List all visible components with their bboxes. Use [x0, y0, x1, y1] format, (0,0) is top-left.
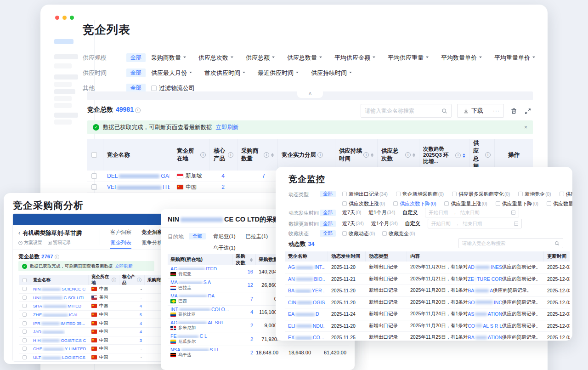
filter-dropdown[interactable]: 平均供应重量 — [388, 54, 429, 62]
checkbox-icon[interactable] — [496, 201, 500, 206]
filter-dropdown[interactable]: 采购商数量 — [151, 54, 186, 62]
minimize-dot-icon[interactable] — [62, 16, 67, 20]
company-name-link[interactable]: EXCO... — [288, 335, 324, 340]
window-controls[interactable] — [55, 16, 74, 20]
type-checkbox[interactable]: 新增竞企(0) — [518, 191, 551, 198]
select-all-checkbox[interactable] — [23, 278, 27, 282]
type-checkbox[interactable]: 供应次数上涨(0) — [342, 200, 385, 207]
search-input[interactable] — [365, 108, 441, 114]
checkbox-icon[interactable] — [342, 192, 347, 196]
fullscreen-button[interactable] — [524, 106, 532, 116]
filter-dropdown[interactable]: 供应最大月份 — [151, 69, 192, 77]
info-icon[interactable] — [228, 152, 233, 158]
breadcrumb[interactable]: ‹有机磷类除草剂-草甘膦 — [18, 229, 82, 237]
competitor-search-box[interactable] — [361, 104, 452, 118]
checkbox-icon[interactable] — [396, 192, 401, 196]
row-checkbox[interactable] — [23, 355, 27, 359]
info-icon[interactable] — [135, 108, 141, 113]
sidebar-item-active[interactable] — [54, 39, 74, 44]
banner-close-icon[interactable]: × — [524, 124, 527, 131]
filter-logistics-checkbox[interactable]: 过滤物流公司 — [151, 84, 195, 92]
purchase-count-link[interactable]: 2 — [250, 323, 253, 328]
time-option[interactable]: 近1个月(34) — [368, 209, 395, 216]
table-row[interactable]: NSAS LI... 乌干达 2 18,648.00 18,648.00 61,… — [168, 346, 349, 359]
sidebar-item[interactable] — [54, 74, 78, 80]
buyer-name-link[interactable]: MAS A — [170, 279, 230, 284]
monitor-search-box[interactable] — [458, 238, 563, 248]
company-name-link[interactable]: EAD — [288, 311, 319, 317]
sidebar-item[interactable] — [54, 113, 78, 118]
info-icon[interactable] — [485, 152, 491, 158]
row-checkbox[interactable] — [23, 287, 27, 291]
maximize-dot-icon[interactable] — [70, 16, 74, 20]
filter-dropdown[interactable]: 最近供应时间 — [258, 69, 299, 77]
type-checkbox[interactable]: 供应金额上涨(0) — [560, 191, 573, 198]
info-icon[interactable] — [112, 278, 116, 282]
sidebar-item[interactable] — [54, 96, 72, 101]
table-row[interactable]: AGINT... 2025-11-20 新增出口记录 2025年11月20日，有… — [285, 262, 570, 273]
filter-all-chip[interactable]: 全部 — [126, 53, 146, 62]
filter-dropdown[interactable]: 供应总数量 — [287, 54, 322, 62]
info-icon[interactable] — [264, 152, 269, 158]
sidebar-item[interactable] — [54, 63, 72, 68]
table-row[interactable]: ANBIO... 2025-11-21 新增出口记录 2025年11月21日，有… — [285, 273, 570, 285]
checkbox-icon[interactable] — [382, 231, 387, 236]
buyer-name-link[interactable]: FEC L — [170, 333, 230, 337]
purchase-count-link[interactable]: 2 — [250, 350, 253, 355]
row-checkbox[interactable] — [23, 304, 27, 308]
info-icon[interactable] — [55, 255, 59, 259]
sort-button[interactable] — [463, 154, 465, 158]
back-icon[interactable]: ‹ — [18, 230, 20, 236]
filter-dropdown[interactable]: 供应持续时间 — [311, 69, 352, 77]
type-checkbox[interactable]: 供应最多采购商变化(0) — [452, 191, 510, 198]
buyer-name-link[interactable]: INTCOLO... — [170, 307, 230, 311]
search-input[interactable] — [462, 240, 554, 246]
company-name-link[interactable]: ELINDU... — [288, 323, 325, 329]
buyer-name-link[interactable]: AGAL SRL — [170, 320, 230, 324]
purchase-count-link[interactable]: 7 — [250, 296, 253, 302]
info-icon[interactable] — [137, 278, 141, 282]
purchase-count-link[interactable]: 16 — [248, 269, 253, 274]
destination-option[interactable]: 巴拉圭(1) — [246, 233, 268, 240]
refresh-now-link[interactable]: 立即刷新 — [216, 124, 239, 131]
filter-dropdown[interactable]: 首次供应时间 — [204, 69, 245, 77]
core-products-link[interactable]: 4 — [221, 173, 225, 179]
custom-option[interactable]: 自定义 — [402, 209, 418, 216]
purchase-count-link[interactable]: 12 — [248, 282, 253, 288]
buyer-name-link[interactable]: AGITED — [170, 266, 230, 270]
subtab-competitor-list[interactable]: 竞企列表 — [110, 239, 131, 249]
custom-option[interactable]: 自定义 — [405, 220, 420, 227]
info-icon[interactable] — [455, 153, 461, 158]
subtab-competition-analysis[interactable]: 竞争分析 — [141, 239, 163, 249]
checkbox-icon[interactable] — [444, 201, 449, 206]
row-checkbox[interactable] — [23, 313, 27, 317]
checkbox-icon[interactable] — [518, 192, 523, 196]
destination-option[interactable]: 肯尼亚(1) — [213, 233, 236, 240]
checkbox-icon[interactable] — [342, 201, 347, 206]
type-checkbox[interactable]: 供应重量上涨(0) — [444, 200, 487, 207]
destination-all-chip[interactable]: 全部 — [189, 233, 206, 239]
sidebar-item[interactable] — [54, 89, 75, 94]
refresh-now-link[interactable]: 立即刷新 — [115, 263, 133, 269]
filter-all-chip[interactable]: 全部 — [320, 230, 336, 237]
sidebar-item[interactable] — [54, 120, 72, 125]
tab-competitor-insight[interactable]: 竞企洞察 — [141, 229, 163, 236]
company-name-link[interactable]: DELGAP... — [107, 173, 170, 179]
filter-dropdown[interactable]: 平均数量单价 — [441, 54, 482, 62]
checkbox-icon[interactable] — [151, 85, 157, 91]
favorite-checkbox[interactable]: 收藏动态(0) — [342, 230, 375, 237]
type-checkbox[interactable]: 供应数量上涨(0) — [547, 200, 572, 207]
type-checkbox[interactable]: 供应次数下降(0) — [393, 200, 436, 207]
info-icon[interactable] — [317, 152, 323, 158]
info-icon[interactable] — [405, 152, 411, 158]
plan-settings-menu[interactable]: 方案设置 — [18, 239, 42, 246]
select-all-checkbox[interactable] — [91, 152, 97, 158]
sort-button[interactable] — [413, 153, 415, 157]
clear-list-button[interactable] — [509, 106, 518, 116]
download-button[interactable]: 下载 — [458, 104, 489, 117]
sort-button[interactable] — [271, 153, 274, 157]
type-checkbox[interactable]: 供应重量下降(0) — [496, 200, 538, 207]
filter-all-chip[interactable]: 全部 — [320, 221, 336, 227]
buyers-count-link[interactable]: 7 — [262, 173, 265, 179]
purchase-count-link[interactable]: 2 — [250, 336, 253, 342]
